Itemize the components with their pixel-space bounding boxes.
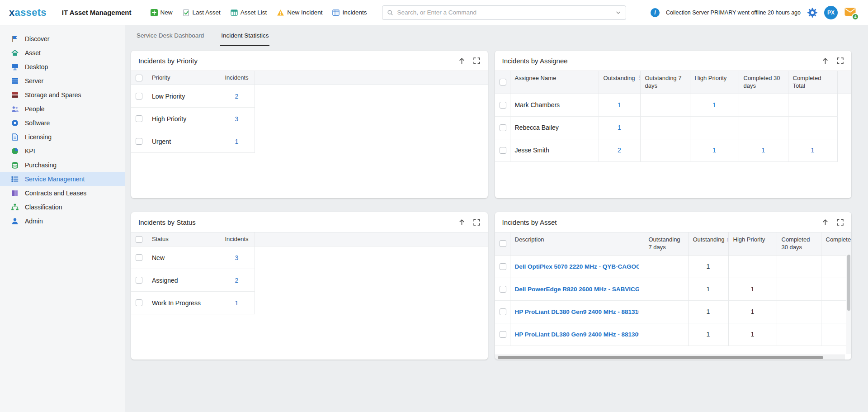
incident-count-link[interactable]: 2 bbox=[618, 147, 621, 154]
incident-count-link[interactable]: 1 bbox=[235, 299, 239, 307]
new-incident-button-label: New Incident bbox=[287, 9, 322, 16]
select-all-checkbox[interactable] bbox=[500, 240, 506, 247]
sidebar-item-service-management[interactable]: Service Management bbox=[0, 172, 125, 186]
column-header-incidents[interactable]: Incidents bbox=[219, 232, 255, 246]
row-checkbox[interactable] bbox=[500, 102, 506, 109]
sidebar-item-asset[interactable]: Asset bbox=[0, 46, 125, 60]
export-up-icon[interactable] bbox=[458, 218, 466, 226]
column-header-description[interactable]: Description bbox=[510, 232, 644, 255]
table-row: Work In Progress 1 bbox=[131, 292, 488, 314]
asset-list-button[interactable]: Asset List bbox=[231, 9, 267, 16]
column-menu-icon[interactable]: ⋮ bbox=[637, 75, 641, 82]
sidebar-item-purchasing[interactable]: Purchasing bbox=[0, 158, 125, 172]
tab-service-desk-dashboard[interactable]: Service Desk Dashboard bbox=[136, 25, 205, 46]
column-header-completed-total[interactable]: Completed Total bbox=[821, 232, 852, 255]
sidebar-item-people[interactable]: People bbox=[0, 102, 125, 116]
incident-count-link[interactable]: 1 bbox=[235, 138, 239, 145]
column-header-outstanding[interactable]: Outstanding⋮↑ bbox=[599, 71, 641, 94]
vertical-scrollbar-thumb[interactable] bbox=[847, 255, 850, 311]
column-header-completed-30-days[interactable]: Completed 30 days bbox=[739, 71, 788, 94]
sidebar-item-contracts-and-leases[interactable]: Contracts and Leases bbox=[0, 186, 125, 200]
sidebar-item-admin[interactable]: Admin bbox=[0, 214, 125, 228]
sidebar-item-licensing[interactable]: Licensing bbox=[0, 130, 125, 144]
column-header-incidents[interactable]: Incidents bbox=[219, 71, 255, 85]
incident-count-link[interactable]: 3 bbox=[235, 115, 239, 123]
asset-link[interactable]: Dell PowerEdge R820 2600 MHz - SABVICG02 bbox=[515, 286, 639, 293]
table-row: Dell OptiPlex 5070 2220 MHz - QYB-CAGOCS… bbox=[495, 256, 852, 278]
select-all-checkbox[interactable] bbox=[500, 79, 506, 85]
priority-label: Low Priority bbox=[147, 85, 219, 108]
row-checkbox[interactable] bbox=[500, 308, 506, 315]
column-header-completed-30-days[interactable]: Completed 30 days bbox=[777, 232, 821, 255]
expand-icon[interactable] bbox=[473, 218, 481, 226]
incident-count-link[interactable]: 1 bbox=[712, 101, 716, 109]
export-up-icon[interactable] bbox=[821, 218, 829, 226]
column-header-outstanding[interactable]: Outstanding↑ bbox=[689, 232, 729, 255]
column-header-priority[interactable]: Priority bbox=[147, 71, 219, 85]
incident-count-link[interactable]: 1 bbox=[811, 147, 815, 154]
mail-icon[interactable]: 4 bbox=[844, 7, 856, 18]
row-checkbox[interactable] bbox=[136, 115, 142, 122]
export-up-icon[interactable] bbox=[458, 57, 466, 65]
column-header-assignee-name[interactable]: Assignee Name bbox=[510, 71, 599, 94]
incident-count-link[interactable]: 3 bbox=[235, 254, 239, 261]
row-checkbox[interactable] bbox=[500, 286, 506, 293]
column-header-completed-total[interactable]: Completed Total bbox=[788, 71, 838, 94]
row-checkbox[interactable] bbox=[500, 147, 506, 154]
column-header-status[interactable]: Status bbox=[147, 232, 219, 246]
expand-icon[interactable] bbox=[836, 57, 844, 65]
asset-link[interactable]: HP ProLiant DL380 Gen9 2400 MHz - 881309… bbox=[515, 331, 639, 338]
table-row: HP ProLiant DL380 Gen9 2400 MHz - 881309… bbox=[495, 323, 852, 346]
chevron-down-icon[interactable] bbox=[615, 9, 621, 15]
sidebar-item-classification[interactable]: Classification bbox=[0, 200, 125, 214]
horizontal-scrollbar-thumb[interactable] bbox=[498, 356, 823, 359]
row-checkbox[interactable] bbox=[136, 138, 142, 145]
row-checkbox[interactable] bbox=[136, 254, 142, 261]
incidents-button[interactable]: Incidents bbox=[332, 9, 367, 16]
expand-icon[interactable] bbox=[473, 57, 481, 65]
logo[interactable]: xassets bbox=[9, 7, 47, 19]
incident-count-link[interactable]: 1 bbox=[618, 101, 621, 109]
column-header-high-priority[interactable]: High Priority bbox=[690, 71, 739, 94]
select-all-checkbox[interactable] bbox=[136, 236, 142, 243]
row-checkbox[interactable] bbox=[136, 299, 142, 306]
row-checkbox[interactable] bbox=[500, 263, 506, 270]
panel-incidents-by-status: Incidents by Status Status Incidents bbox=[131, 212, 488, 360]
column-header-outstanding-7-days[interactable]: Outstanding 7 days bbox=[644, 232, 689, 255]
sidebar-item-label: Asset bbox=[25, 49, 41, 57]
incident-count-link[interactable]: 2 bbox=[235, 93, 239, 100]
last-asset-button[interactable]: Last Asset bbox=[183, 9, 221, 16]
new-button[interactable]: New bbox=[151, 9, 173, 16]
row-checkbox[interactable] bbox=[136, 277, 142, 284]
search-input[interactable] bbox=[397, 9, 612, 16]
table-row: Mark Chambers 1 1 bbox=[495, 94, 852, 117]
table-row: High Priority 3 bbox=[131, 108, 488, 130]
incident-count-link[interactable]: 1 bbox=[762, 147, 765, 154]
asset-link[interactable]: HP ProLiant DL380 Gen9 2400 MHz - 881310… bbox=[515, 308, 639, 315]
pie-chart-icon bbox=[11, 147, 19, 155]
cell-value bbox=[644, 323, 689, 346]
column-header-outstanding-7-days[interactable]: Outstanding 7 days bbox=[641, 71, 690, 94]
sidebar-item-storage-and-spares[interactable]: Storage and Spares bbox=[0, 88, 125, 102]
sidebar-item-kpi[interactable]: KPI bbox=[0, 144, 125, 158]
column-header-high-priority[interactable]: High Priority bbox=[729, 232, 777, 255]
incident-count-link[interactable]: 1 bbox=[712, 147, 716, 154]
new-incident-button[interactable]: New Incident bbox=[277, 9, 322, 16]
info-icon[interactable]: i bbox=[651, 8, 660, 17]
row-checkbox[interactable] bbox=[500, 331, 506, 338]
tab-incident-statistics[interactable]: Incident Statistics bbox=[220, 25, 269, 46]
sidebar-item-server[interactable]: Server bbox=[0, 74, 125, 88]
incident-count-link[interactable]: 1 bbox=[618, 124, 621, 131]
gear-icon[interactable] bbox=[807, 7, 818, 18]
sidebar-item-desktop[interactable]: Desktop bbox=[0, 60, 125, 74]
incident-count-link[interactable]: 2 bbox=[235, 277, 239, 284]
sidebar-item-software[interactable]: Software bbox=[0, 116, 125, 130]
export-up-icon[interactable] bbox=[821, 57, 829, 65]
sidebar-item-discover[interactable]: Discover bbox=[0, 32, 125, 46]
row-checkbox[interactable] bbox=[136, 93, 142, 99]
expand-icon[interactable] bbox=[836, 218, 844, 226]
user-avatar[interactable]: PX bbox=[824, 6, 838, 19]
row-checkbox[interactable] bbox=[500, 124, 506, 131]
asset-link[interactable]: Dell OptiPlex 5070 2220 MHz - QYB-CAGOCS… bbox=[515, 263, 639, 270]
select-all-checkbox[interactable] bbox=[136, 75, 142, 81]
